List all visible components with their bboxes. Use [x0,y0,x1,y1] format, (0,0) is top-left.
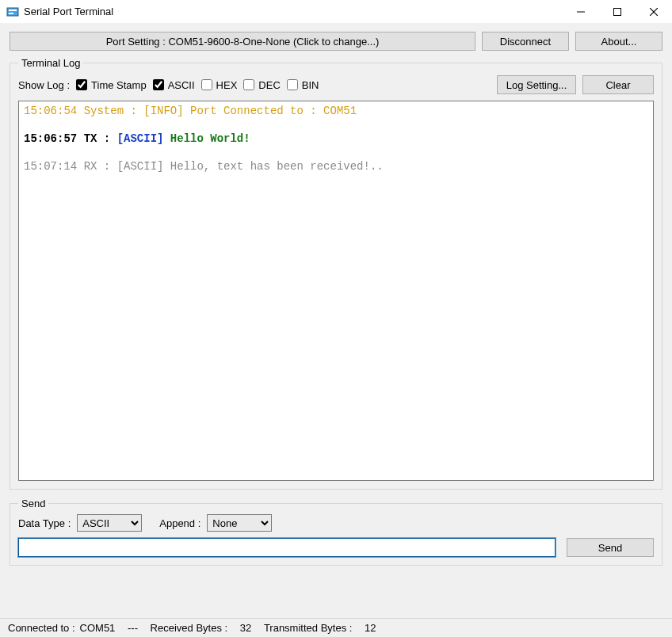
window-title: Serial Port Terminal [24,6,113,17]
top-button-row: Port Setting : COM51-9600-8-One-None (Cl… [10,32,662,51]
status-transmitted-value: 12 [365,622,376,634]
log-line: 15:07:14 RX : [ASCII] Hello, text has be… [24,160,648,174]
ascii-checkbox-input[interactable] [153,79,164,90]
dec-checkbox[interactable]: DEC [243,79,280,91]
log-line: 15:06:54 System : [INFO] Port Connected … [24,105,648,119]
bin-checkbox[interactable]: BIN [287,79,319,91]
app-icon [6,6,19,18]
svg-rect-1 [9,10,17,11]
append-label: Append : [159,517,200,529]
hex-checkbox-label: HEX [216,79,238,91]
send-input[interactable] [18,538,556,557]
close-button[interactable] [636,0,672,24]
ascii-checkbox-label: ASCII [168,79,195,91]
log-output[interactable]: 15:06:54 System : [INFO] Port Connected … [18,101,654,481]
send-input-row: Send [18,538,654,557]
ascii-checkbox[interactable]: ASCII [153,79,195,91]
bin-checkbox-input[interactable] [287,79,298,90]
disconnect-button[interactable]: Disconnect [482,32,569,51]
send-group: Send Data Type : ASCII Append : None Sen… [10,498,662,566]
hex-checkbox-input[interactable] [201,79,212,90]
bin-checkbox-label: BIN [302,79,319,91]
svg-rect-2 [9,13,13,14]
status-received-label: Received Bytes : [151,622,228,634]
log-line: 15:06:57 TX : [ASCII] Hello World! [24,132,648,147]
svg-line-6 [650,8,658,16]
data-type-label: Data Type : [18,517,71,529]
dec-checkbox-label: DEC [258,79,280,91]
status-connected-value: COM51 [80,622,116,634]
dec-checkbox-input[interactable] [243,79,254,90]
status-transmitted-label: Transmitted Bytes : [264,622,353,634]
timestamp-checkbox[interactable]: Time Stamp [76,79,147,91]
data-type-select[interactable]: ASCII [77,514,142,532]
hex-checkbox[interactable]: HEX [201,79,238,91]
status-received-value: 32 [240,622,251,634]
svg-rect-4 [614,8,621,15]
show-log-label: Show Log : [18,79,70,91]
status-bar: Connected to : COM51 --- Received Bytes … [0,618,672,637]
timestamp-checkbox-label: Time Stamp [91,79,147,91]
send-options-row: Data Type : ASCII Append : None [18,514,654,532]
port-setting-button[interactable]: Port Setting : COM51-9600-8-One-None (Cl… [10,32,475,51]
svg-line-5 [650,8,658,16]
status-connected-label: Connected to : [8,622,75,634]
svg-rect-0 [7,8,18,16]
show-log-bar: Show Log : Time Stamp ASCII HEX DEC BIN [18,75,654,94]
log-setting-button[interactable]: Log Setting... [497,75,576,94]
timestamp-checkbox-input[interactable] [76,79,87,90]
append-select[interactable]: None [207,514,272,532]
minimize-button[interactable] [563,0,599,24]
status-separator: --- [128,622,138,634]
about-button[interactable]: About... [575,32,662,51]
terminal-log-legend: Terminal Log [18,57,83,69]
send-button[interactable]: Send [567,538,654,557]
send-legend: Send [18,498,48,509]
client-area: Port Setting : COM51-9600-8-One-None (Cl… [0,24,672,618]
clear-button[interactable]: Clear [582,75,654,94]
maximize-button[interactable] [599,0,636,24]
title-bar: Serial Port Terminal [0,0,672,24]
terminal-log-group: Terminal Log Show Log : Time Stamp ASCII… [10,57,662,490]
